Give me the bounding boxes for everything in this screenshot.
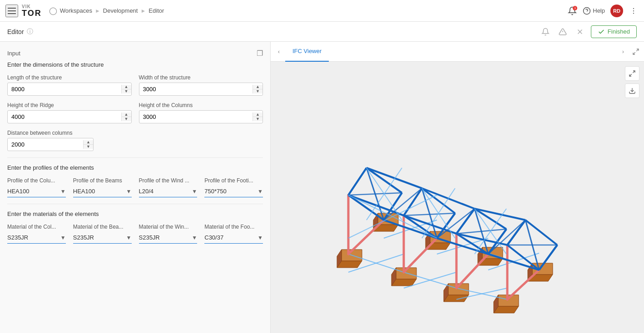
materials-row: Material of the Col... S235JR ▼ Material… xyxy=(7,224,263,244)
length-spin-down[interactable]: ▼ xyxy=(122,89,131,93)
profile-columns-arrow: ▼ xyxy=(60,188,66,195)
nav-right: 1 Help RD xyxy=(567,5,639,17)
material-footing-label: Material of the Foo... xyxy=(204,224,263,230)
sub-header: Editor ⓘ Finished xyxy=(0,22,644,42)
info-icon[interactable]: ⓘ xyxy=(27,28,33,36)
width-input[interactable] xyxy=(139,83,253,95)
avatar[interactable]: RD xyxy=(610,5,623,17)
col-height-spin-down[interactable]: ▼ xyxy=(253,117,263,121)
bell-icon[interactable] xyxy=(539,25,552,38)
material-beams-arrow: ▼ xyxy=(126,235,132,241)
svg-line-73 xyxy=(367,168,402,193)
notifications-icon[interactable]: 1 xyxy=(567,6,577,16)
editor-link[interactable]: Editor xyxy=(149,7,164,14)
main-content: Input ❐ Enter the dimensions of the stru… xyxy=(0,42,644,333)
material-footing-arrow: ▼ xyxy=(258,235,263,241)
ridge-spin-down[interactable]: ▼ xyxy=(122,117,131,121)
workspaces-link[interactable]: Workspaces xyxy=(60,7,92,14)
fullscreen-button[interactable] xyxy=(625,66,639,81)
material-footing-value: C30/37 xyxy=(204,234,258,241)
profile-beams-group: Profile of the Beams HEA100 ▼ xyxy=(73,177,132,197)
download-button[interactable] xyxy=(625,83,639,98)
profile-footing-group: Profile of the Footi... 750*750 ▼ xyxy=(204,177,263,197)
profiles-row: Profile of the Colu... HEA100 ▼ Profile … xyxy=(7,177,263,197)
more-options-button[interactable] xyxy=(629,6,639,16)
tabs-bar: ‹ IFC Viewer › xyxy=(271,42,644,62)
svg-line-108 xyxy=(629,74,632,76)
material-columns-arrow: ▼ xyxy=(60,235,66,241)
top-nav: VIK TOR ◯ Workspaces ► Development ► Edi… xyxy=(0,0,644,22)
svg-line-76 xyxy=(525,220,557,245)
material-wind-arrow: ▼ xyxy=(192,235,197,241)
panel-header: Input ❐ xyxy=(7,49,263,58)
profile-columns-dropdown[interactable]: HEA100 ▼ xyxy=(7,186,66,197)
svg-line-10 xyxy=(633,52,635,54)
help-button[interactable]: Help xyxy=(583,7,605,15)
development-link[interactable]: Development xyxy=(103,7,138,14)
width-spin-down[interactable]: ▼ xyxy=(253,89,263,93)
material-wind-label: Material of the Win... xyxy=(139,224,198,230)
svg-line-48 xyxy=(404,238,437,272)
distance-input[interactable] xyxy=(8,138,83,151)
dimensions-row-3: Distance between columns ▲ ▼ xyxy=(7,130,263,151)
col-height-input[interactable] xyxy=(139,111,253,123)
svg-line-64 xyxy=(507,245,539,270)
profile-columns-value: HEA100 xyxy=(7,188,60,195)
tab-prev-button[interactable]: ‹ xyxy=(272,42,285,62)
viewer-area[interactable] xyxy=(271,62,644,333)
profile-columns-group: Profile of the Colu... HEA100 ▼ xyxy=(7,177,66,197)
material-wind-group: Material of the Win... S235JR ▼ xyxy=(139,224,198,244)
ridge-label: Height of the Ridge xyxy=(7,102,132,108)
svg-line-49 xyxy=(456,254,488,288)
sub-header-right: Finished xyxy=(539,25,637,38)
distance-input-wrap: ▲ ▼ xyxy=(7,138,94,151)
material-wind-dropdown[interactable]: S235JR ▼ xyxy=(139,232,198,244)
breadcrumb: ◯ Workspaces ► Development ► Editor xyxy=(49,6,564,15)
workspaces-icon: ◯ xyxy=(49,6,57,15)
material-footing-dropdown[interactable]: C30/37 ▼ xyxy=(204,232,263,244)
left-panel: Input ❐ Enter the dimensions of the stru… xyxy=(0,42,271,333)
svg-line-80 xyxy=(348,168,367,195)
length-input[interactable] xyxy=(8,83,121,95)
svg-line-56 xyxy=(404,215,456,234)
menu-button[interactable] xyxy=(5,5,18,17)
material-beams-dropdown[interactable]: S235JR ▼ xyxy=(73,232,132,244)
material-columns-label: Material of the Col... xyxy=(7,224,66,230)
dimensions-row-1: Length of the structure ▲ ▼ Width of the… xyxy=(7,74,263,96)
distance-group: Distance between columns ▲ ▼ xyxy=(7,130,94,151)
material-beams-group: Material of the Bea... S235JR ▼ xyxy=(73,224,132,244)
profile-footing-label: Profile of the Footi... xyxy=(204,177,263,184)
divider-2 xyxy=(7,204,263,204)
material-beams-label: Material of the Bea... xyxy=(73,224,132,230)
distance-spin-down[interactable]: ▼ xyxy=(84,145,93,149)
ridge-input[interactable] xyxy=(8,111,121,123)
profile-beams-dropdown[interactable]: HEA100 ▼ xyxy=(73,186,132,197)
svg-line-9 xyxy=(636,49,639,51)
dimensions-row-2: Height of the Ridge ▲ ▼ Height of the Co… xyxy=(7,102,263,123)
distance-label: Distance between columns xyxy=(7,130,94,136)
material-footing-group: Material of the Foo... C30/37 ▼ xyxy=(204,224,263,244)
profile-wind-dropdown[interactable]: L20/4 ▼ xyxy=(139,186,198,197)
close-icon[interactable] xyxy=(574,25,586,38)
finished-button[interactable]: Finished xyxy=(591,25,637,38)
viewer-controls xyxy=(625,66,639,98)
profile-wind-arrow: ▼ xyxy=(192,188,197,195)
col-height-group: Height of the Columns ▲ ▼ xyxy=(139,102,263,123)
material-columns-group: Material of the Col... S235JR ▼ xyxy=(7,224,66,244)
svg-line-62 xyxy=(404,215,437,238)
col-height-input-wrap: ▲ ▼ xyxy=(139,110,263,123)
expand-icon[interactable]: ❐ xyxy=(257,49,263,58)
profile-beams-arrow: ▼ xyxy=(126,188,132,195)
structure-visualization xyxy=(303,77,612,318)
tab-expand-button[interactable] xyxy=(629,45,642,58)
tab-ifc-viewer[interactable]: IFC Viewer xyxy=(285,42,329,62)
profile-footing-dropdown[interactable]: 750*750 ▼ xyxy=(204,186,263,197)
app-logo: VIK TOR xyxy=(22,5,42,17)
material-columns-dropdown[interactable]: S235JR ▼ xyxy=(7,232,66,244)
profile-footing-value: 750*750 xyxy=(204,188,258,195)
svg-line-107 xyxy=(633,71,635,73)
length-input-wrap: ▲ ▼ xyxy=(7,83,132,96)
tab-next-button[interactable]: › xyxy=(617,42,629,62)
divider-1 xyxy=(7,157,263,158)
warning-icon[interactable] xyxy=(556,25,569,38)
